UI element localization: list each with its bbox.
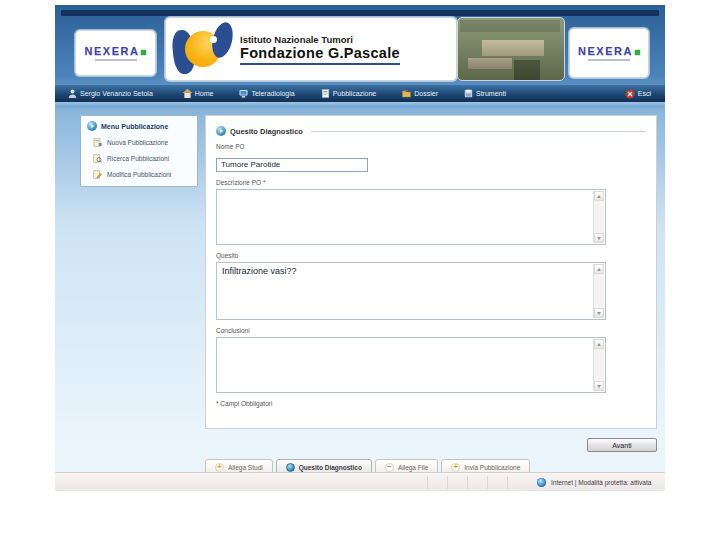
nome-po-label: Nome PO [216, 143, 646, 150]
quesito-field: Infiltrazione vasi?? [216, 262, 606, 320]
nome-po-input[interactable] [216, 158, 368, 172]
search-document-icon [93, 154, 102, 163]
exit-icon [625, 89, 635, 99]
browser-viewport: NEXERA Istituto Nazionale Tumori Fondazi… [55, 5, 665, 491]
foundation-name: Fondazione G.Pascale [240, 45, 400, 61]
avanti-button[interactable]: Avanti [587, 438, 657, 452]
nav-user[interactable]: Sergio Venanzio Setola [68, 89, 153, 98]
status-cell [447, 476, 467, 489]
conclusioni-field [216, 337, 606, 393]
form-actions: Avanti [205, 438, 657, 452]
green-square-icon [635, 50, 640, 55]
edit-document-icon [93, 170, 102, 179]
monitor-icon [239, 89, 248, 98]
green-square-icon [141, 50, 146, 55]
status-cell [467, 476, 487, 489]
plus-circle-icon: + [215, 463, 224, 472]
sidebar-item-nuova-pubblicazione[interactable]: Nuova Pubblicazione [93, 138, 191, 147]
textarea-scrollbar[interactable] [593, 339, 604, 391]
main-column: Quesito Diagnostico Nome PO Descrizione … [205, 115, 657, 475]
nav-home[interactable]: Home [183, 89, 214, 98]
sidebar-item-ricerca-pubblicazioni[interactable]: Ricerca Pubblicazioni [93, 154, 191, 163]
conclusioni-label: Conclusioni [216, 327, 646, 334]
institute-logo-icon [172, 22, 234, 76]
blue-dot-icon [286, 463, 295, 472]
nexera-logo-right: NEXERA [569, 28, 649, 78]
publish-icon [321, 89, 330, 98]
dossier-icon [402, 89, 411, 98]
menu-pubblicazione-panel: Menu Pubblicazione Nuova Pubblicazione R… [80, 115, 198, 187]
status-cell [487, 476, 507, 489]
home-icon [183, 89, 192, 98]
conclusioni-textarea[interactable] [217, 338, 605, 392]
form-legend: Quesito Diagnostico [216, 126, 646, 136]
hospital-photo [457, 17, 565, 81]
nexera-tagline [588, 59, 630, 61]
minus-circle-icon: − [385, 463, 394, 472]
browser-status-bar: Internet | Modalità protetta: attivata [55, 472, 665, 491]
site-header: NEXERA Istituto Nazionale Tumori Fondazi… [55, 5, 665, 85]
institute-banner: Istituto Nazionale Tumori Fondazione G.P… [165, 17, 457, 81]
nexera-brand-text: NEXERA [85, 45, 147, 57]
nexera-tagline [95, 59, 137, 61]
textarea-scrollbar[interactable] [593, 191, 604, 243]
descrizione-po-label: Descrizione PO * [216, 179, 646, 186]
blue-arrow-circle-icon [87, 121, 97, 131]
globe-icon [537, 478, 546, 487]
sidebar-item-modifica-pubblicazioni[interactable]: Modifica Pubblicazioni [93, 170, 191, 179]
page: NEXERA Istituto Nazionale Tumori Fondazi… [0, 0, 720, 540]
quesito-textarea[interactable]: Infiltrazione vasi?? [217, 263, 605, 319]
nexera-logo-left: NEXERA [75, 30, 156, 76]
blue-arrow-circle-icon [216, 126, 226, 136]
descrizione-po-textarea[interactable] [217, 190, 605, 244]
institute-name: Istituto Nazionale Tumori [240, 34, 400, 45]
textarea-scrollbar[interactable] [593, 264, 604, 318]
sidebar-title: Menu Pubblicazione [87, 121, 191, 131]
user-icon [68, 89, 77, 98]
nav-strumenti[interactable]: Strumenti [464, 89, 506, 98]
quesito-form-panel: Quesito Diagnostico Nome PO Descrizione … [205, 115, 657, 429]
required-fields-note: * Campi Obbligatori [216, 400, 646, 407]
quesito-label: Quesito [216, 252, 646, 259]
main-navigation: Sergio Venanzio Setola Home Teleradiolog… [55, 85, 665, 102]
security-zone-text: Internet | Modalità protetta: attivata [551, 479, 651, 486]
status-cell [507, 476, 527, 489]
nexera-brand-text: NEXERA [578, 45, 640, 57]
descrizione-po-field [216, 189, 606, 245]
nav-teleradiologia[interactable]: Teleradiologia [239, 89, 294, 98]
new-document-icon [93, 138, 102, 147]
plus-circle-icon: + [451, 463, 460, 472]
page-content: Menu Pubblicazione Nuova Pubblicazione R… [55, 107, 665, 472]
status-cell [427, 476, 447, 489]
nav-pubblicazione[interactable]: Pubblicazione [321, 89, 377, 98]
nav-dossier[interactable]: Dossier [402, 89, 438, 98]
tools-icon [464, 89, 473, 98]
nav-esci[interactable]: Esci [625, 89, 651, 99]
